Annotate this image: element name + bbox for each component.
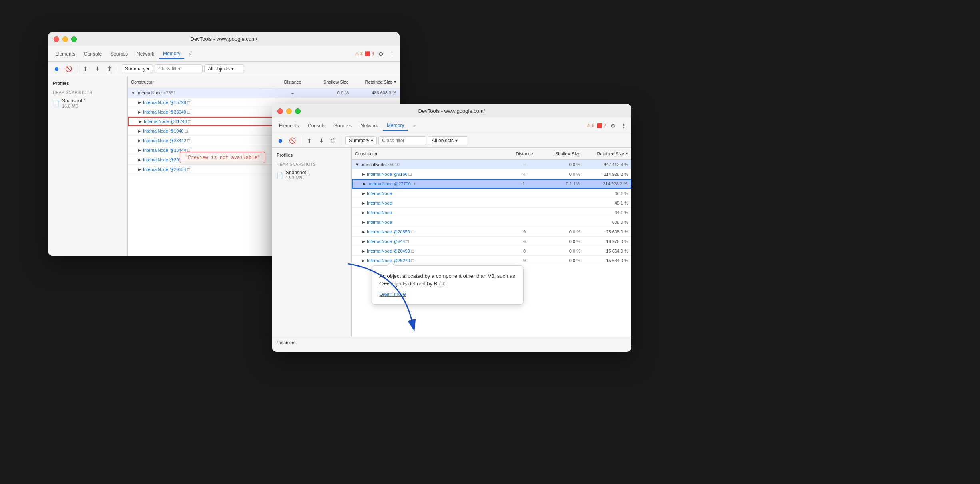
snapshot-name-2: Snapshot 1 xyxy=(286,170,310,175)
col-retained-1: Retained Size ▾ xyxy=(349,79,396,84)
table-row-highlighted[interactable]: ► InternalNode @27700 □ 1 0 1 1% 214 928… xyxy=(352,179,631,189)
window-title-2: DevTools - www.google.com/ xyxy=(418,108,485,114)
toolbar-1: ⏺ 🚫 ⬆ ⬇ 🗑 Summary ▾ All objects ▾ xyxy=(48,62,400,76)
tab-sources-2[interactable]: Sources xyxy=(330,121,356,130)
snapshot-icon-1: 📄 xyxy=(53,100,60,106)
class-filter-2[interactable] xyxy=(378,136,426,145)
snapshot-info-2: Snapshot 1 13.3 MB xyxy=(286,170,310,180)
table-body-2[interactable]: ▼ InternalNode×5010 – 0 0 % 447 412 3 % … xyxy=(352,160,631,337)
collect-btn-2[interactable]: 🗑 xyxy=(328,135,339,146)
maximize-button-1[interactable] xyxy=(71,36,77,42)
tooltip-text: An object allocated by a component other… xyxy=(379,273,515,287)
tab-sources-1[interactable]: Sources xyxy=(106,50,132,58)
summary-arrow-1: ▾ xyxy=(147,66,149,72)
info-tooltip: An object allocated by a component other… xyxy=(372,265,524,305)
settings-icon-1[interactable]: ⚙ xyxy=(376,50,385,58)
devtools-window-2: DevTools - www.google.com/ Elements Cons… xyxy=(272,104,631,352)
snapshot-item-2[interactable]: 📄 Snapshot 1 13.3 MB xyxy=(272,168,351,182)
summary-label-1: Summary xyxy=(125,66,145,72)
tab-console-2[interactable]: Console xyxy=(304,121,329,130)
collect-btn-1[interactable]: 🗑 xyxy=(104,64,115,74)
tab-elements-2[interactable]: Elements xyxy=(275,121,303,130)
retainers-bar-2: Retainers xyxy=(272,337,631,348)
sep-2b xyxy=(342,137,342,145)
col-shallow-1: Shallow Size xyxy=(309,80,349,84)
more-icon-2[interactable]: ⋮ xyxy=(619,121,628,130)
snapshot-size-2: 13.3 MB xyxy=(286,175,310,180)
sep-1a xyxy=(77,65,77,73)
traffic-lights-2 xyxy=(277,108,301,114)
tab-network-1[interactable]: Network xyxy=(133,50,158,58)
more-icon-1[interactable]: ⋮ xyxy=(388,50,396,58)
download-btn-1[interactable]: ⬇ xyxy=(92,64,103,74)
retained-sort-icon-1: ▾ xyxy=(394,79,396,84)
table-row[interactable]: ► InternalNode @9166 □ 4 0 0 % 214 928 2… xyxy=(352,169,631,179)
clear-btn-2[interactable]: 🚫 xyxy=(287,135,297,146)
class-filter-1[interactable] xyxy=(155,64,203,73)
tab-more-1[interactable]: » xyxy=(185,50,196,58)
table-row[interactable]: ► InternalNode 48 1 % xyxy=(352,189,631,198)
heap-snapshots-label-2: HEAP SNAPSHOTS xyxy=(272,159,351,168)
table-header-1: Constructor Distance Shallow Size Retain… xyxy=(128,76,400,88)
devtools-tabs-1: Elements Console Sources Network Memory … xyxy=(48,46,400,62)
warning-badge-1: ⚠ 3 xyxy=(355,51,363,56)
profiles-title-1: Profiles xyxy=(48,79,127,87)
settings-icon-2[interactable]: ⚙ xyxy=(608,121,617,130)
minimize-button-2[interactable] xyxy=(286,108,292,114)
error-badge-1: 🟥 3 xyxy=(365,51,374,56)
record-btn-1[interactable]: ⏺ xyxy=(51,64,62,74)
table-row[interactable]: ▼ InternalNode×7851 – 0 0 % 486 608 3 % xyxy=(128,88,400,98)
sidebar-2: Profiles HEAP SNAPSHOTS 📄 Snapshot 1 13.… xyxy=(272,148,352,337)
snapshot-info-1: Snapshot 1 16.0 MB xyxy=(62,98,86,108)
table-row[interactable]: ► InternalNode 48 1 % xyxy=(352,198,631,208)
table-row[interactable]: ► InternalNode @20490 □ 8 0 0 % 15 664 0… xyxy=(352,246,631,256)
table-row[interactable]: ▼ InternalNode×5010 – 0 0 % 447 412 3 % xyxy=(352,160,631,169)
col-shallow-2: Shallow Size xyxy=(540,151,580,156)
snapshot-icon-2: 📄 xyxy=(277,172,283,178)
title-bar-1: DevTools - www.google.com/ xyxy=(48,32,400,46)
sidebar-1: Profiles HEAP SNAPSHOTS 📄 Snapshot 1 16.… xyxy=(48,76,128,256)
tab-memory-1[interactable]: Memory xyxy=(159,49,184,59)
snapshot-item-1[interactable]: 📄 Snapshot 1 16.0 MB xyxy=(48,96,127,110)
table-row[interactable]: ► InternalNode @844 □ 6 0 0 % 18 976 0 % xyxy=(352,237,631,246)
summary-dropdown-2[interactable]: Summary ▾ xyxy=(345,136,377,145)
tab-elements-1[interactable]: Elements xyxy=(51,50,79,58)
devtools-tabs-2: Elements Console Sources Network Memory … xyxy=(272,118,631,133)
col-constructor-2: Constructor xyxy=(355,151,508,156)
window-title-1: DevTools - www.google.com/ xyxy=(191,36,257,42)
main-content-2: Constructor Distance Shallow Size Retain… xyxy=(352,148,631,337)
record-btn-2[interactable]: ⏺ xyxy=(275,135,285,146)
summary-arrow-2: ▾ xyxy=(371,138,373,143)
col-distance-2: Distance xyxy=(508,151,540,156)
objects-arrow-2: ▾ xyxy=(455,138,458,143)
summary-label-2: Summary xyxy=(349,138,369,143)
tab-network-2[interactable]: Network xyxy=(357,121,382,130)
learn-more-link[interactable]: Learn more xyxy=(379,290,516,298)
objects-arrow-1: ▾ xyxy=(231,66,234,72)
table-row[interactable]: ► InternalNode 44 1 % xyxy=(352,208,631,217)
upload-btn-1[interactable]: ⬆ xyxy=(80,64,91,74)
col-distance-1: Distance xyxy=(277,80,309,84)
download-btn-2[interactable]: ⬇ xyxy=(316,135,327,146)
all-objects-dropdown-1[interactable]: All objects ▾ xyxy=(204,64,244,73)
close-button-2[interactable] xyxy=(277,108,283,114)
all-objects-dropdown-2[interactable]: All objects ▾ xyxy=(428,136,468,145)
summary-dropdown-1[interactable]: Summary ▾ xyxy=(122,64,153,73)
profiles-title-2: Profiles xyxy=(272,151,351,159)
devtools-body-2: Profiles HEAP SNAPSHOTS 📄 Snapshot 1 13.… xyxy=(272,148,631,337)
heap-snapshots-label-1: HEAP SNAPSHOTS xyxy=(48,87,127,96)
maximize-button-2[interactable] xyxy=(295,108,301,114)
table-row[interactable]: ► InternalNode 608 0 % xyxy=(352,217,631,227)
close-button-1[interactable] xyxy=(54,36,59,42)
tab-console-1[interactable]: Console xyxy=(80,50,106,58)
minimize-button-1[interactable] xyxy=(62,36,68,42)
clear-btn-1[interactable]: 🚫 xyxy=(63,64,74,74)
tab-icons-2: ⚠ 6 🟥 2 ⚙ ⋮ xyxy=(587,121,628,130)
col-constructor-1: Constructor xyxy=(131,80,277,84)
table-header-2: Constructor Distance Shallow Size Retain… xyxy=(352,148,631,160)
tab-more-2[interactable]: » xyxy=(409,121,420,130)
tab-memory-2[interactable]: Memory xyxy=(383,121,408,131)
upload-btn-2[interactable]: ⬆ xyxy=(304,135,315,146)
sep-1b xyxy=(118,65,118,73)
table-row[interactable]: ► InternalNode @20850 □ 9 0 0 % 25 608 0… xyxy=(352,227,631,237)
